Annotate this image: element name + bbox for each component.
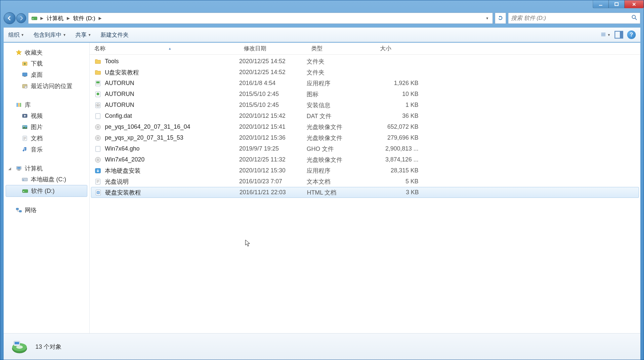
document-icon — [21, 135, 28, 142]
refresh-button[interactable] — [495, 13, 506, 24]
sidebar-libraries: 库 视频 图片 文档 音乐 — [4, 100, 89, 155]
file-row[interactable]: U盘安装教程2020/12/25 14:52文件夹 — [90, 67, 640, 78]
preview-pane-button[interactable] — [614, 30, 624, 40]
file-row[interactable]: AUTORUN2015/5/10 2:45安装信息1 KB — [90, 100, 640, 111]
svg-rect-30 — [19, 210, 21, 212]
file-name: AUTORUN — [105, 102, 134, 109]
file-type: 图标 — [307, 90, 375, 98]
svg-rect-23 — [17, 167, 21, 169]
file-date: 2020/12/25 14:52 — [239, 69, 307, 76]
back-button[interactable] — [4, 12, 16, 24]
view-mode-button[interactable]: ▼ — [601, 30, 611, 40]
column-header-size[interactable]: 大小 — [375, 43, 422, 54]
file-type-icon — [94, 145, 102, 153]
svg-rect-2 — [32, 17, 37, 20]
file-type: 文件夹 — [307, 68, 375, 76]
file-type-icon — [94, 80, 102, 87]
file-row[interactable]: AUTORUN2016/1/8 4:54应用程序1,926 KB — [90, 78, 640, 89]
sidebar-libraries-header[interactable]: 库 — [4, 100, 89, 110]
svg-rect-28 — [23, 191, 24, 192]
file-row[interactable]: pe_yqs_1064_20_07_31_16_042020/10/12 15:… — [90, 121, 640, 132]
sidebar-item-videos[interactable]: 视频 — [4, 110, 89, 121]
file-list[interactable]: Tools2020/12/25 14:52文件夹U盘安装教程2020/12/25… — [90, 55, 640, 333]
drive-icon — [21, 176, 28, 183]
tree-collapse-icon[interactable]: ◢ — [8, 166, 11, 171]
file-row[interactable]: Config.dat2020/10/12 15:42DAT 文件36 KB — [90, 111, 640, 121]
sidebar-item-music[interactable]: 音乐 — [4, 144, 89, 155]
file-type-icon — [94, 167, 102, 174]
breadcrumb-separator-icon[interactable]: ▶ — [97, 16, 103, 21]
sidebar-item-desktop[interactable]: 桌面 — [4, 69, 89, 80]
svg-point-38 — [97, 105, 99, 106]
sidebar-item-drive-d[interactable]: 软件 (D:) — [6, 185, 87, 197]
window-controls — [593, 0, 644, 8]
svg-rect-3 — [32, 19, 33, 19]
body-area: 收藏夹 下载 桌面 最近访问的位置 库 — [4, 43, 640, 333]
search-input[interactable] — [511, 15, 631, 22]
sidebar-item-recent[interactable]: 最近访问的位置 — [4, 80, 89, 92]
sidebar-item-pictures[interactable]: 图片 — [4, 121, 89, 133]
file-type: HTML 文档 — [307, 189, 376, 197]
breadcrumb-drive[interactable]: 软件 (D:) — [71, 13, 97, 23]
explorer-window: ▶ 计算机 ▶ 软件 (D:) ▶ ▾ 组织▼ 包含到库中▼ 共享▼ 新建文件夹… — [0, 0, 644, 360]
address-dropdown-icon[interactable]: ▾ — [483, 16, 491, 21]
svg-rect-16 — [18, 103, 20, 107]
breadcrumb-separator-icon[interactable]: ▶ — [65, 16, 71, 21]
file-type-icon — [94, 102, 102, 109]
file-type: 应用程序 — [307, 79, 375, 87]
svg-rect-26 — [23, 180, 24, 180]
sidebar-network: 网络 — [4, 205, 89, 215]
file-row[interactable]: Win7x64.gho2019/9/7 19:25GHO 文件2,900,813… — [90, 143, 640, 154]
sidebar-item-downloads[interactable]: 下载 — [4, 58, 89, 69]
drive-large-icon — [10, 338, 29, 356]
file-row[interactable]: Tools2020/12/25 14:52文件夹 — [90, 56, 640, 67]
sidebar-item-documents[interactable]: 文档 — [4, 133, 89, 144]
help-button[interactable]: ? — [627, 30, 636, 39]
file-row[interactable]: pe_yqs_xp_20_07_31_15_532020/10/12 15:36… — [90, 132, 640, 143]
status-text: 13 个对象 — [35, 343, 62, 351]
file-row[interactable]: 硬盘安装教程2016/11/21 22:03HTML 文档3 KB — [91, 187, 639, 198]
sidebar-network-header[interactable]: 网络 — [4, 205, 89, 215]
svg-rect-24 — [18, 170, 20, 170]
file-date: 2015/5/10 2:45 — [239, 102, 307, 109]
column-header-date[interactable]: 修改日期 — [239, 43, 307, 54]
svg-rect-5 — [601, 33, 606, 33]
file-type: 光盘映像文件 — [307, 134, 375, 142]
svg-rect-32 — [96, 81, 100, 83]
sidebar-item-drive-c[interactable]: 本地磁盘 (C:) — [4, 174, 89, 185]
maximize-button[interactable] — [609, 0, 624, 8]
svg-rect-6 — [601, 34, 606, 35]
breadcrumb-computer[interactable]: 计算机 — [45, 13, 65, 23]
address-bar[interactable]: ▶ 计算机 ▶ 软件 (D:) ▶ ▾ — [28, 13, 493, 24]
picture-icon — [21, 124, 28, 130]
file-name: Config.dat — [105, 112, 132, 119]
file-type: 文本文档 — [307, 178, 375, 186]
library-icon — [16, 102, 22, 108]
new-folder-button[interactable]: 新建文件夹 — [101, 31, 129, 39]
organize-button[interactable]: 组织▼ — [8, 31, 24, 39]
share-button[interactable]: 共享▼ — [75, 31, 91, 39]
file-name: pe_yqs_1064_20_07_31_16_04 — [105, 123, 190, 130]
sidebar-item-label: 音乐 — [31, 146, 43, 154]
column-header-name[interactable]: 名称▲ — [90, 43, 239, 54]
sidebar-item-label: 文档 — [31, 134, 43, 142]
svg-rect-44 — [96, 146, 100, 152]
svg-rect-39 — [96, 113, 100, 119]
close-button[interactable] — [624, 0, 644, 8]
svg-rect-7 — [601, 35, 606, 36]
minimize-button[interactable] — [593, 0, 609, 8]
search-bar[interactable] — [508, 13, 640, 24]
breadcrumb-separator-icon[interactable]: ▶ — [39, 16, 45, 21]
download-icon — [21, 60, 28, 67]
forward-button[interactable] — [16, 13, 26, 23]
svg-point-35 — [97, 93, 99, 95]
column-header-type[interactable]: 类型 — [307, 43, 375, 54]
file-row[interactable]: AUTORUN2015/5/10 2:45图标10 KB — [90, 89, 640, 100]
sidebar-favorites-header[interactable]: 收藏夹 — [4, 47, 89, 58]
file-type-icon — [94, 123, 102, 131]
file-row[interactable]: 光盘说明2016/10/23 7:07文本文档5 KB — [90, 176, 640, 187]
file-row[interactable]: 本地硬盘安装2020/10/12 15:30应用程序28,315 KB — [90, 165, 640, 176]
include-library-button[interactable]: 包含到库中▼ — [33, 31, 66, 39]
file-row[interactable]: Win7x64_20202020/12/25 11:32光盘映像文件3,874,… — [90, 154, 640, 165]
sidebar-computer-header[interactable]: ◢ 计算机 — [4, 163, 89, 174]
